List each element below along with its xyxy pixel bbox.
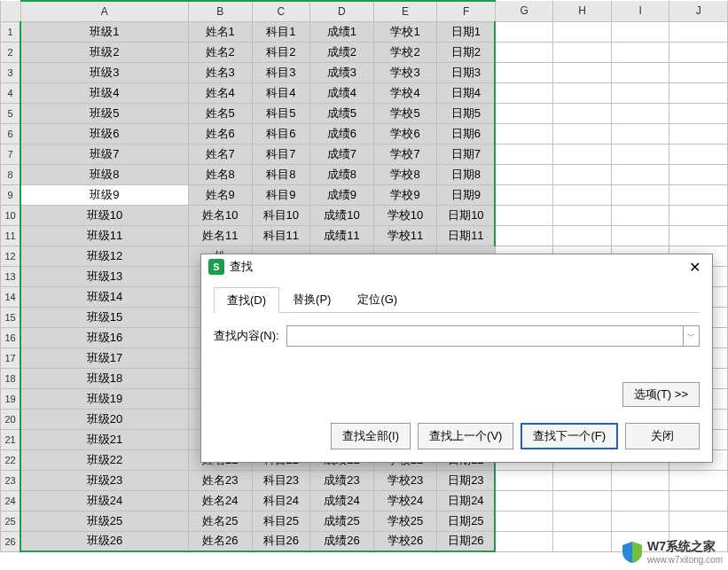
cell[interactable]: 姓名25 <box>188 511 252 531</box>
row-header-23[interactable]: 23 <box>1 470 21 490</box>
row-header-12[interactable]: 12 <box>1 246 21 266</box>
dialog-titlebar[interactable]: S 查找 ✕ <box>201 254 712 279</box>
row-header-9[interactable]: 9 <box>1 184 21 205</box>
cell[interactable]: 日期7 <box>437 144 496 164</box>
cell[interactable]: 学校4 <box>373 82 437 103</box>
cell[interactable] <box>553 470 612 490</box>
cell[interactable] <box>495 164 553 184</box>
cell[interactable]: 科目8 <box>252 164 310 184</box>
cell[interactable] <box>495 531 553 551</box>
cell[interactable] <box>495 490 553 511</box>
row-header-19[interactable]: 19 <box>1 388 21 409</box>
cell[interactable]: 姓名9 <box>188 184 252 205</box>
cell[interactable]: 成绩3 <box>310 62 374 82</box>
cell[interactable]: 日期1 <box>437 21 496 42</box>
cell[interactable]: 班级19 <box>20 388 188 409</box>
corner-cell[interactable] <box>1 1 21 21</box>
cell[interactable]: 学校24 <box>373 490 437 511</box>
cell[interactable] <box>553 511 612 531</box>
row-header-1[interactable]: 1 <box>1 21 21 42</box>
cell[interactable]: 姓名10 <box>188 205 252 225</box>
column-header-C[interactable]: C <box>252 1 310 21</box>
cell[interactable] <box>669 103 728 123</box>
cell[interactable]: 日期6 <box>437 123 496 144</box>
cell[interactable] <box>669 82 728 103</box>
chevron-down-icon[interactable]: ﹀ <box>684 325 700 347</box>
row-header-21[interactable]: 21 <box>1 429 21 449</box>
cell[interactable]: 学校6 <box>373 123 437 144</box>
cell[interactable]: 姓名3 <box>188 62 252 82</box>
cell[interactable]: 科目2 <box>252 42 310 62</box>
cell[interactable]: 日期11 <box>437 225 496 246</box>
cell[interactable]: 班级5 <box>20 103 188 123</box>
cell[interactable]: 班级20 <box>20 409 188 429</box>
row-header-14[interactable]: 14 <box>1 286 21 307</box>
cell[interactable] <box>611 21 669 42</box>
cell[interactable]: 班级13 <box>20 266 188 286</box>
cell[interactable] <box>669 164 728 184</box>
cell[interactable] <box>553 82 612 103</box>
cell[interactable]: 科目1 <box>252 21 310 42</box>
cell[interactable]: 班级3 <box>20 62 188 82</box>
row-header-17[interactable]: 17 <box>1 347 21 368</box>
find-prev-button[interactable]: 查找上一个(V) <box>418 423 513 449</box>
cell[interactable] <box>611 103 669 123</box>
row-header-4[interactable]: 4 <box>1 82 21 103</box>
cell[interactable]: 班级24 <box>20 490 188 511</box>
cell[interactable]: 学校2 <box>373 42 437 62</box>
cell[interactable]: 姓名1 <box>188 21 252 42</box>
cell[interactable]: 日期26 <box>437 531 496 551</box>
cell[interactable] <box>495 21 553 42</box>
cell[interactable] <box>611 62 669 82</box>
tab-goto[interactable]: 定位(G) <box>344 286 411 312</box>
cell[interactable]: 成绩25 <box>310 511 374 531</box>
cell[interactable]: 班级9 <box>20 184 188 205</box>
row-header-13[interactable]: 13 <box>1 266 21 286</box>
row-header-5[interactable]: 5 <box>1 103 21 123</box>
cell[interactable]: 科目4 <box>252 82 310 103</box>
cell[interactable] <box>669 470 728 490</box>
cell[interactable] <box>495 184 553 205</box>
cell[interactable] <box>553 21 612 42</box>
cell[interactable] <box>553 144 612 164</box>
cell[interactable] <box>611 144 669 164</box>
cell[interactable] <box>611 470 669 490</box>
cell[interactable]: 成绩9 <box>310 184 374 205</box>
cell[interactable] <box>553 103 612 123</box>
cell[interactable] <box>553 184 612 205</box>
row-header-24[interactable]: 24 <box>1 490 21 511</box>
cell[interactable] <box>553 490 612 511</box>
cell[interactable]: 成绩7 <box>310 144 374 164</box>
cell[interactable]: 科目24 <box>252 490 310 511</box>
cell[interactable]: 班级15 <box>20 307 188 327</box>
cell[interactable]: 日期10 <box>437 205 496 225</box>
cell[interactable]: 日期24 <box>437 490 496 511</box>
cell[interactable]: 日期2 <box>437 42 496 62</box>
column-header-I[interactable]: I <box>611 1 669 21</box>
cell[interactable]: 成绩6 <box>310 123 374 144</box>
column-header-J[interactable]: J <box>669 1 728 21</box>
cell[interactable]: 班级4 <box>20 82 188 103</box>
column-header-H[interactable]: H <box>553 1 612 21</box>
cell[interactable]: 班级7 <box>20 144 188 164</box>
cell[interactable]: 成绩24 <box>310 490 374 511</box>
tab-replace[interactable]: 替换(P) <box>279 286 344 312</box>
cell[interactable]: 科目10 <box>252 205 310 225</box>
cell[interactable]: 姓名6 <box>188 123 252 144</box>
cell[interactable]: 姓名4 <box>188 82 252 103</box>
cell[interactable] <box>495 62 553 82</box>
tab-find[interactable]: 查找(D) <box>214 287 279 313</box>
cell[interactable] <box>611 184 669 205</box>
cell[interactable]: 日期4 <box>437 82 496 103</box>
cell[interactable]: 班级18 <box>20 368 188 388</box>
cell[interactable]: 班级17 <box>20 347 188 368</box>
cell[interactable]: 日期8 <box>437 164 496 184</box>
cell[interactable] <box>669 490 728 511</box>
column-header-A[interactable]: A <box>20 1 188 21</box>
cell[interactable]: 科目9 <box>252 184 310 205</box>
cell[interactable]: 学校3 <box>373 62 437 82</box>
cell[interactable]: 成绩8 <box>310 164 374 184</box>
cell[interactable] <box>669 123 728 144</box>
cell[interactable] <box>553 205 612 225</box>
cell[interactable]: 班级21 <box>20 429 188 449</box>
